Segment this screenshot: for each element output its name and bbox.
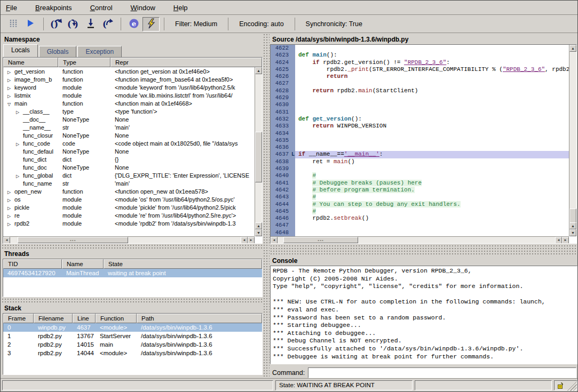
encoding-button[interactable]: e <box>125 17 142 31</box>
table-row[interactable]: 0winpdb.py4637<module>/data/sys/bin/winp… <box>3 323 262 332</box>
collapsed-arrow-icon[interactable]: ▷ <box>16 142 23 147</box>
scroll-thumb[interactable]: ••• <box>18 237 128 243</box>
scroll-down-arrow[interactable]: ▼ <box>255 229 262 236</box>
tab-locals[interactable]: Locals <box>3 44 38 58</box>
namespace-threads-splitter[interactable] <box>2 244 263 250</box>
break-button[interactable] <box>5 17 22 31</box>
column-header-type[interactable]: Type <box>58 58 110 67</box>
scroll-up-arrow[interactable]: ▲ <box>255 222 262 229</box>
line-number: 4645 <box>271 208 295 215</box>
line-number: 4627 <box>271 80 295 87</box>
analyze-button[interactable] <box>142 17 160 31</box>
scroll-up-arrow[interactable]: ▲ <box>569 222 576 229</box>
tree-row[interactable]: ▷__class__type<type 'function'> <box>3 107 255 115</box>
tree-row[interactable]: func_namestr'main' <box>3 179 255 187</box>
column-header-name[interactable]: Name <box>3 58 58 67</box>
command-input[interactable] <box>308 367 576 378</box>
go-button[interactable] <box>22 17 39 31</box>
table-row[interactable]: 2rpdb2.py14015main/data/sys/bin/winpdb-1… <box>3 340 262 349</box>
source-line: 4626 return <box>271 73 569 80</box>
tree-row[interactable]: ▷rpdb2module<module 'rpdb2' from '/data/… <box>3 219 255 227</box>
code-text <box>295 137 569 144</box>
column-header-state[interactable]: State <box>104 259 262 269</box>
table-cell: rpdb2.py <box>34 350 73 356</box>
tree-row[interactable]: ▷osmodule<module 'os' from '/usr/lib64/p… <box>3 195 255 203</box>
tree-row[interactable]: ▷remodule<module 're' from '/usr/lib64/p… <box>3 211 255 219</box>
tab-exception[interactable]: Exception <box>77 46 122 58</box>
tree-row[interactable]: ▷get_versionfunction<function get_versio… <box>3 67 255 75</box>
collapsed-arrow-icon[interactable]: ▷ <box>7 206 14 211</box>
column-header-path[interactable]: Path <box>137 314 262 323</box>
tree-row[interactable]: ▷func_globaldict{'DLG_EXPR_TITLE': 'Ente… <box>3 171 255 179</box>
column-header-line[interactable]: Line <box>73 314 96 323</box>
collapsed-arrow-icon[interactable]: ▷ <box>16 174 23 179</box>
line-number: 4623 <box>271 52 295 59</box>
threads-stack-splitter[interactable] <box>2 298 263 303</box>
step-out-button[interactable]: ( <box>99 17 116 31</box>
table-row[interactable]: 3rpdb2.py14044<module>/data/sys/bin/winp… <box>3 349 262 357</box>
step-into-button[interactable]: ( ) <box>65 17 82 31</box>
scroll-thumb[interactable]: ••• <box>283 237 358 243</box>
collapsed-arrow-icon[interactable]: ▷ <box>7 86 14 91</box>
scroll-right-arrow[interactable]: ► <box>248 237 255 244</box>
source-vscrollbar[interactable]: ▲▲▼ <box>569 45 576 236</box>
collapsed-arrow-icon[interactable]: ▷ <box>7 94 14 99</box>
tree-row[interactable]: func_docNoneTypeNone <box>3 163 255 171</box>
namespace-vscrollbar[interactable]: ▲▲▼ <box>255 67 262 236</box>
main-vertical-splitter[interactable] <box>263 34 270 378</box>
column-header-function[interactable]: Function <box>96 314 137 323</box>
tree-row[interactable]: func_dictdict{} <box>3 155 255 163</box>
tree-row[interactable]: ▷image_from_bfunction<function image_fro… <box>3 75 255 83</box>
tree-name-cell: func_doc <box>3 164 58 171</box>
source-hscrollbar[interactable]: ◄•••◄► <box>271 236 569 243</box>
tree-row[interactable]: func_closurNoneTypeNone <box>3 131 255 139</box>
goto-line-button[interactable] <box>82 17 99 31</box>
collapsed-arrow-icon[interactable]: ▷ <box>7 190 14 195</box>
menu-help[interactable]: Help <box>173 4 188 12</box>
tree-row[interactable]: ▷func_codecode<code object main at 0x180… <box>3 139 255 147</box>
tree-row[interactable]: ▷picklemodule<module 'pickle' from '/usr… <box>3 203 255 211</box>
scroll-right-arrow[interactable]: ► <box>562 237 569 244</box>
tree-row[interactable]: __doc__NoneTypeNone <box>3 115 255 123</box>
scroll-left-arrow[interactable]: ◄ <box>555 237 562 244</box>
column-header-name[interactable]: Name <box>62 259 104 269</box>
collapsed-arrow-icon[interactable]: ▷ <box>7 198 14 203</box>
menu-window[interactable]: Window <box>131 4 155 12</box>
tree-row[interactable]: func_defaulNoneTypeNone <box>3 147 255 155</box>
code-text <box>295 229 569 236</box>
table-row[interactable]: 46974534127920MainThreadwaiting at break… <box>3 269 262 277</box>
tree-row[interactable]: ▷keywordmodule<module 'keyword' from '/u… <box>3 83 255 91</box>
table-row[interactable]: 1rpdb2.py13767StartServer/data/sys/bin/w… <box>3 332 262 340</box>
namespace-hscrollbar[interactable]: ◄•••◄► <box>3 236 255 243</box>
collapsed-arrow-icon[interactable]: ▷ <box>16 110 23 115</box>
tree-row[interactable]: ▷open_newfunction<function open_new at 0… <box>3 187 255 195</box>
column-header-repr[interactable]: Repr <box>110 58 262 67</box>
collapsed-arrow-icon[interactable]: ▷ <box>7 222 14 227</box>
scroll-down-arrow[interactable]: ▼ <box>569 229 576 236</box>
scroll-left-arrow[interactable]: ◄ <box>241 237 248 244</box>
tab-globals[interactable]: Globals <box>39 46 77 58</box>
column-header-filename[interactable]: Filename <box>34 314 73 323</box>
tree-row[interactable]: __name__str'main' <box>3 123 255 131</box>
collapsed-arrow-icon[interactable]: ▷ <box>7 70 14 75</box>
source-console-splitter[interactable] <box>270 245 577 254</box>
collapsed-arrow-icon[interactable]: ▷ <box>7 214 14 219</box>
table-cell: <module> <box>96 324 137 331</box>
source-editor[interactable]: 46224623def main():4624 if rpdb2.get_ver… <box>270 44 577 244</box>
step-over-button[interactable]: () <box>48 17 65 31</box>
expanded-arrow-icon[interactable]: ▽ <box>7 102 14 107</box>
scroll-left-arrow[interactable]: ◄ <box>3 237 10 244</box>
tree-row[interactable]: ▷listmixmodule<module 'wx.lib.mixins.lis… <box>3 91 255 99</box>
menu-file[interactable]: File <box>6 4 17 12</box>
menu-breakpoints[interactable]: Breakpoints <box>35 4 72 12</box>
table-cell: main <box>96 341 137 348</box>
collapsed-arrow-icon[interactable]: ▷ <box>7 78 14 83</box>
scroll-thumb[interactable] <box>255 132 262 182</box>
column-header-tid[interactable]: TID <box>3 259 62 269</box>
scroll-up-arrow[interactable]: ▲ <box>569 45 576 52</box>
column-header-frame[interactable]: Frame <box>3 314 34 323</box>
menu-control[interactable]: Control <box>90 4 113 12</box>
scroll-up-arrow[interactable]: ▲ <box>255 67 262 74</box>
scroll-left-arrow[interactable]: ◄ <box>271 237 278 244</box>
tree-row[interactable]: ▽mainfunction<function main at 0x1ef4668… <box>3 99 255 107</box>
